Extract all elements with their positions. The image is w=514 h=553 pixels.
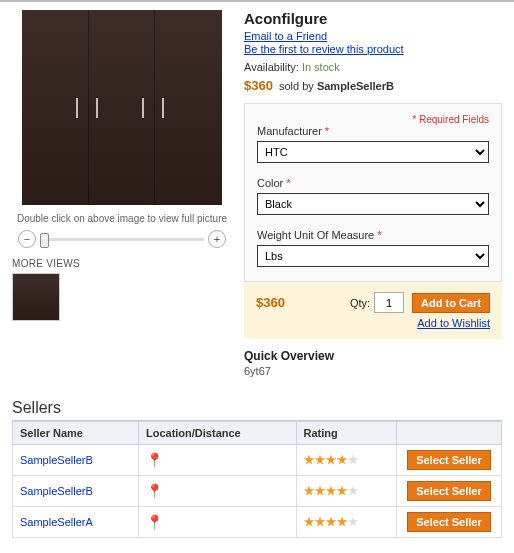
- sellers-table: Seller Name Location/Distance Rating Sam…: [12, 421, 502, 538]
- rating-stars: [304, 517, 390, 528]
- overview-heading: Quick Overview: [244, 349, 502, 363]
- manufacturer-label: Manufacturer*: [257, 125, 489, 137]
- map-pin-icon[interactable]: 📍: [146, 514, 163, 530]
- select-seller-button[interactable]: Select Seller: [407, 450, 490, 470]
- first-review-link[interactable]: Be the first to review this product: [244, 43, 404, 55]
- color-label: Color*: [257, 177, 489, 189]
- thumbnail-image[interactable]: [12, 273, 60, 321]
- col-seller-name: Seller Name: [13, 422, 139, 445]
- zoom-out-button[interactable]: −: [18, 230, 36, 248]
- weight-uom-select[interactable]: Lbs: [257, 245, 489, 267]
- col-action: [397, 422, 502, 445]
- required-fields-label: * Required Fields: [412, 114, 489, 125]
- email-friend-link[interactable]: Email to a Friend: [244, 30, 327, 42]
- cart-price: $360: [256, 295, 350, 310]
- weight-uom-label: Weight Unit Of Measure*: [257, 229, 489, 241]
- seller-name-link[interactable]: SampleSellerB: [20, 485, 93, 497]
- select-seller-button[interactable]: Select Seller: [407, 512, 490, 532]
- sellers-heading: Sellers: [12, 399, 502, 421]
- rating-stars: [304, 486, 390, 497]
- table-row: SampleSellerA📍Select Seller: [13, 507, 502, 538]
- seller-name-link[interactable]: SampleSellerA: [20, 516, 93, 528]
- col-rating: Rating: [296, 422, 397, 445]
- seller-name-link[interactable]: SampleSellerB: [20, 454, 93, 466]
- map-pin-icon[interactable]: 📍: [146, 452, 163, 468]
- product-image[interactable]: [22, 10, 222, 205]
- select-seller-button[interactable]: Select Seller: [407, 481, 490, 501]
- zoom-in-button[interactable]: +: [208, 230, 226, 248]
- availability-value: In stock: [302, 61, 340, 73]
- map-pin-icon[interactable]: 📍: [146, 483, 163, 499]
- manufacturer-select[interactable]: HTC: [257, 141, 489, 163]
- product-price: $360: [244, 78, 273, 93]
- table-row: SampleSellerB📍Select Seller: [13, 476, 502, 507]
- rating-stars: [304, 455, 390, 466]
- zoom-slider[interactable]: [40, 238, 204, 241]
- color-select[interactable]: Black: [257, 193, 489, 215]
- add-to-wishlist-link[interactable]: Add to Wishlist: [417, 317, 490, 329]
- qty-label: Qty:: [350, 297, 370, 309]
- product-title: Aconfilgure: [244, 10, 502, 27]
- sold-by: sold by SampleSellerB: [279, 80, 394, 92]
- qty-input[interactable]: [374, 292, 404, 313]
- table-row: SampleSellerB📍Select Seller: [13, 445, 502, 476]
- overview-text: 6yt67: [244, 365, 502, 377]
- add-to-cart-button[interactable]: Add to Cart: [412, 293, 490, 313]
- col-location: Location/Distance: [138, 422, 296, 445]
- availability-label: Availability:: [244, 61, 299, 73]
- more-views-label: MORE VIEWS: [12, 258, 232, 269]
- image-caption: Double click on above image to view full…: [12, 213, 232, 224]
